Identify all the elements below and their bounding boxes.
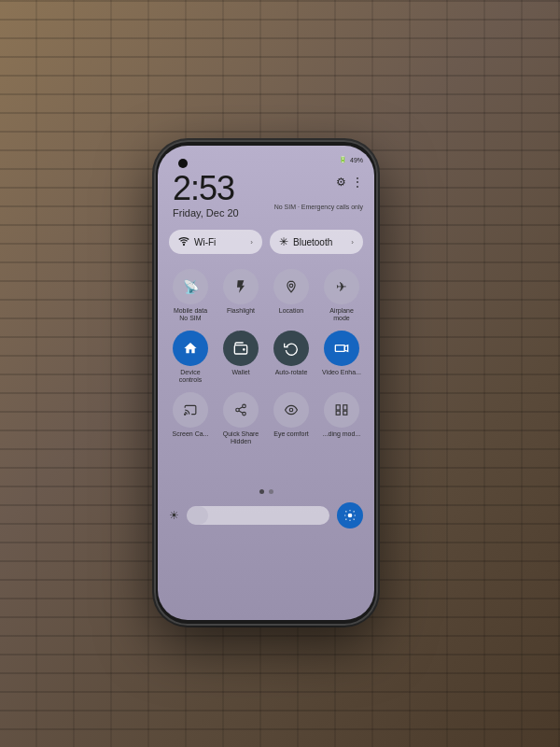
svg-rect-4 [335, 345, 344, 351]
brightness-track[interactable] [187, 506, 329, 525]
bluetooth-label: Bluetooth [293, 237, 346, 247]
tile-mobile-data[interactable]: 📡 Mobile dataNo SIM [169, 269, 212, 323]
battery-percentage: 49% [350, 157, 363, 163]
tile-wallet-label: Wallet [231, 369, 249, 376]
tile-location[interactable]: Location [270, 269, 313, 323]
tile-eye-comfort[interactable]: Eye comfort [270, 392, 313, 446]
svg-rect-14 [343, 404, 347, 409]
quick-toggle-row: Wi-Fi › ✳ Bluetooth › [169, 230, 363, 254]
tile-wallet-icon [223, 331, 259, 366]
quick-tiles-grid: 📡 Mobile dataNo SIM Flashlight [169, 269, 363, 445]
tile-quick-share[interactable]: Quick ShareHidden [219, 392, 262, 446]
tile-airplane[interactable]: ✈ Airplanemode [320, 269, 363, 323]
tile-video-enhance-icon [324, 331, 359, 366]
tile-location-label: Location [279, 307, 303, 315]
svg-point-0 [184, 245, 185, 246]
tile-mobile-data-icon: 📡 [173, 269, 208, 304]
tile-flashlight-icon [223, 269, 259, 304]
tile-airplane-label: Airplanemode [329, 307, 354, 323]
svg-line-20 [345, 511, 346, 512]
tile-flashlight-label: Flashlight [227, 307, 255, 315]
tile-screen-cast[interactable]: Screen Ca... [169, 392, 212, 446]
phone-screen: 🔋 49% 2:53 Friday, Dec 20 ⚙ ⋮ No SIM · E… [158, 146, 374, 620]
brightness-fill [187, 506, 208, 525]
clock-display: 2:53 [173, 172, 239, 205]
tile-device-controls-icon [173, 331, 208, 366]
tile-location-icon [273, 269, 309, 304]
svg-rect-16 [343, 411, 347, 415]
tile-reading-mode-label: ...ding mod... [323, 430, 360, 438]
tile-video-enhance[interactable]: Video Enha... [320, 331, 363, 385]
page-indicator [158, 489, 374, 494]
tile-device-controls[interactable]: Devicecontrols [169, 331, 212, 385]
brightness-control[interactable]: ☀ [169, 502, 363, 529]
svg-point-9 [243, 412, 246, 416]
tile-reading-mode-icon [324, 392, 359, 428]
tile-airplane-icon: ✈ [324, 269, 359, 304]
tile-flashlight[interactable]: Flashlight [219, 269, 262, 323]
svg-marker-5 [344, 345, 347, 351]
settings-icon[interactable]: ⚙ [336, 176, 346, 189]
svg-point-1 [289, 284, 293, 288]
date-display: Friday, Dec 20 [173, 207, 239, 218]
tile-eye-comfort-label: Eye comfort [273, 430, 308, 438]
svg-point-12 [289, 408, 293, 412]
svg-line-21 [354, 519, 355, 520]
wifi-arrow: › [250, 238, 253, 247]
tile-reading-mode[interactable]: ...ding mod... [320, 392, 363, 446]
tile-auto-rotate-icon [273, 331, 309, 366]
tile-device-controls-label: Devicecontrols [179, 369, 203, 385]
tile-auto-rotate-label: Auto-rotate [275, 369, 308, 376]
svg-line-24 [345, 519, 346, 520]
bluetooth-icon: ✳ [279, 235, 288, 248]
tile-mobile-data-label: Mobile dataNo SIM [174, 307, 207, 323]
svg-point-3 [244, 348, 245, 349]
brightness-min-icon: ☀ [169, 509, 179, 522]
phone-body: 🔋 49% 2:53 Friday, Dec 20 ⚙ ⋮ No SIM · E… [154, 140, 378, 626]
wifi-label: Wi-Fi [194, 237, 245, 247]
tile-video-enhance-label: Video Enha... [322, 369, 361, 376]
svg-line-10 [239, 410, 243, 412]
tile-screen-cast-label: Screen Ca... [173, 430, 209, 438]
tile-auto-rotate[interactable]: Auto-rotate [270, 331, 313, 385]
no-sim-text: No SIM · Emergency calls only [274, 204, 363, 210]
page-dot-1 [259, 489, 264, 494]
tile-wallet[interactable]: Wallet [219, 331, 262, 385]
svg-line-25 [354, 511, 355, 512]
svg-rect-13 [336, 404, 340, 409]
page-dot-2 [269, 489, 273, 494]
svg-point-8 [236, 408, 240, 412]
time-section: 2:53 Friday, Dec 20 [173, 172, 239, 218]
tile-screen-cast-icon [173, 392, 208, 428]
tile-eye-comfort-icon [273, 392, 309, 428]
svg-point-7 [243, 404, 246, 408]
wifi-toggle[interactable]: Wi-Fi › [169, 230, 262, 254]
brightness-max-button[interactable] [337, 502, 363, 529]
wifi-icon [178, 235, 189, 248]
scene: 🔋 49% 2:53 Friday, Dec 20 ⚙ ⋮ No SIM · E… [0, 0, 560, 747]
bluetooth-arrow: › [351, 238, 354, 247]
svg-point-17 [348, 514, 353, 518]
status-icons: 🔋 49% [339, 156, 363, 163]
svg-point-6 [185, 414, 186, 415]
svg-line-11 [239, 406, 243, 408]
svg-rect-15 [336, 411, 340, 415]
camera-hole [178, 159, 188, 168]
phone-wrapper: 🔋 49% 2:53 Friday, Dec 20 ⚙ ⋮ No SIM · E… [145, 121, 387, 644]
tile-quick-share-icon [223, 392, 259, 428]
tile-quick-share-label: Quick ShareHidden [223, 430, 259, 446]
battery-icon: 🔋 [339, 156, 347, 163]
top-right-icons: ⚙ ⋮ [336, 176, 363, 189]
overflow-menu-icon[interactable]: ⋮ [352, 176, 363, 189]
bluetooth-toggle[interactable]: ✳ Bluetooth › [270, 230, 363, 254]
